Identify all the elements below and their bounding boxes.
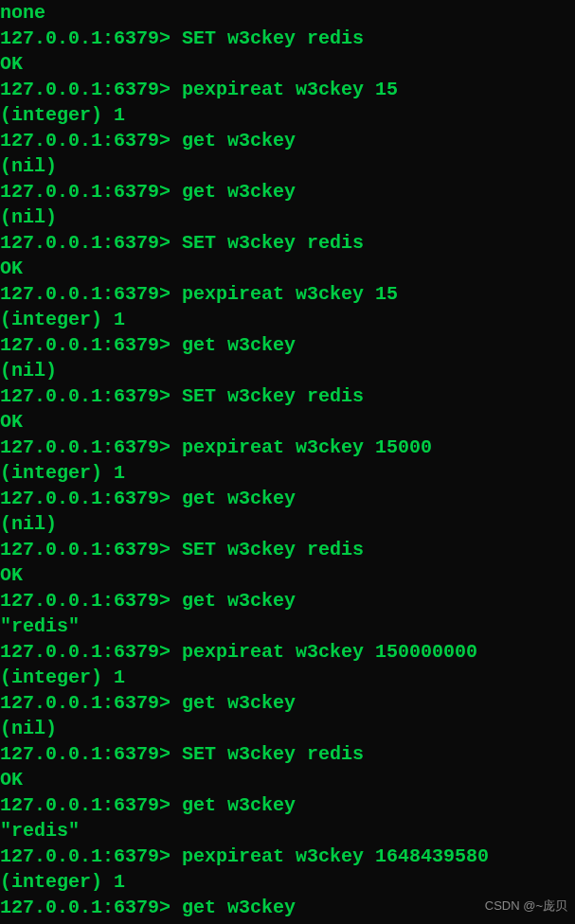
terminal-line: 127.0.0.1:6379> SET w3ckey redis bbox=[0, 383, 575, 409]
terminal-line: 127.0.0.1:6379> get w3ckey bbox=[0, 179, 575, 204]
terminal-line: 127.0.0.1:6379> pexpireat w3ckey 15000 bbox=[0, 435, 575, 460]
terminal-line: 127.0.0.1:6379> get w3ckey bbox=[0, 792, 575, 818]
terminal-line: (integer) 1 bbox=[0, 307, 575, 332]
terminal-line: OK bbox=[0, 256, 575, 281]
terminal-line: 127.0.0.1:6379> get w3ckey bbox=[0, 332, 575, 358]
terminal-line: 127.0.0.1:6379> SET w3ckey redis bbox=[0, 26, 575, 51]
terminal-line: (nil) bbox=[0, 511, 575, 537]
terminal-line: (integer) 1 bbox=[0, 460, 575, 486]
terminal-line: (integer) 1 bbox=[0, 665, 575, 690]
terminal-line: (integer) 1 bbox=[0, 869, 575, 895]
terminal-line: 127.0.0.1:6379> pexpireat w3ckey 1500000… bbox=[0, 639, 575, 665]
terminal-line: OK bbox=[0, 409, 575, 435]
terminal-line: OK bbox=[0, 51, 575, 77]
terminal-line: 127.0.0.1:6379> get w3ckey bbox=[0, 690, 575, 716]
terminal-line: 127.0.0.1:6379> SET w3ckey redis bbox=[0, 741, 575, 767]
terminal-line: 127.0.0.1:6379> get w3ckey bbox=[0, 128, 575, 153]
terminal-output[interactable]: none 127.0.0.1:6379> SET w3ckey redis OK… bbox=[0, 0, 575, 924]
terminal-line: "redis" bbox=[0, 613, 575, 639]
terminal-line: (nil) bbox=[0, 920, 575, 924]
terminal-line: (nil) bbox=[0, 153, 575, 179]
terminal-line: 127.0.0.1:6379> SET w3ckey redis bbox=[0, 230, 575, 256]
terminal-line: "redis" bbox=[0, 818, 575, 844]
terminal-line: 127.0.0.1:6379> get w3ckey bbox=[0, 588, 575, 613]
terminal-line: (nil) bbox=[0, 358, 575, 383]
terminal-line: 127.0.0.1:6379> pexpireat w3ckey 1648439… bbox=[0, 844, 575, 869]
watermark-text: CSDN @~庞贝 bbox=[485, 897, 567, 915]
terminal-line: 127.0.0.1:6379> get w3ckey bbox=[0, 486, 575, 511]
terminal-line: 127.0.0.1:6379> pexpireat w3ckey 15 bbox=[0, 77, 575, 102]
terminal-line: OK bbox=[0, 562, 575, 588]
terminal-line: (nil) bbox=[0, 716, 575, 741]
terminal-line: (nil) bbox=[0, 204, 575, 230]
terminal-line: (integer) 1 bbox=[0, 102, 575, 128]
terminal-line: 127.0.0.1:6379> pexpireat w3ckey 15 bbox=[0, 281, 575, 307]
terminal-line: none bbox=[0, 0, 575, 26]
terminal-line: OK bbox=[0, 767, 575, 792]
terminal-line: 127.0.0.1:6379> SET w3ckey redis bbox=[0, 537, 575, 562]
